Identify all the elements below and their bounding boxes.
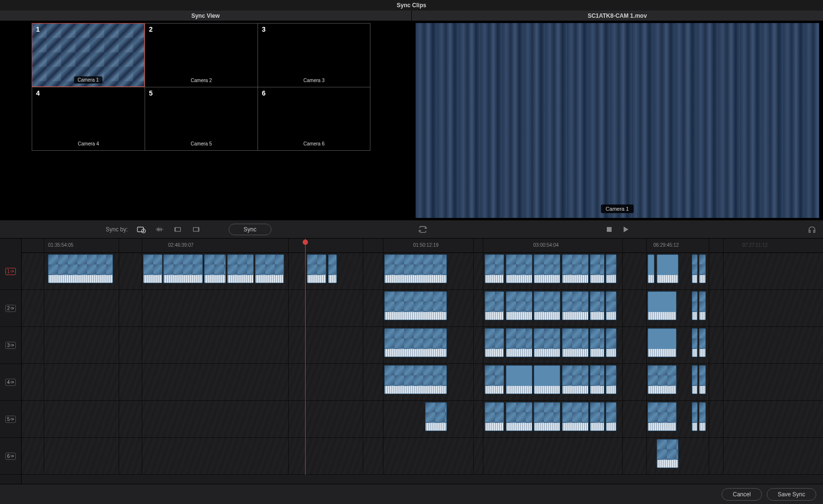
timeline-divider [709,239,709,475]
clip[interactable] [692,254,698,283]
clip[interactable] [657,254,678,283]
clip[interactable] [648,254,654,283]
sync-button[interactable]: Sync [229,224,271,235]
clip[interactable] [485,402,504,431]
sync-by-timecode-icon[interactable] [136,226,146,233]
clip[interactable] [506,328,532,357]
cancel-button[interactable]: Cancel [722,488,762,501]
clip[interactable] [562,402,589,431]
play-icon[interactable] [621,226,630,233]
clip[interactable] [648,328,676,357]
clip[interactable] [590,254,604,283]
clip[interactable] [485,328,504,357]
clip[interactable] [163,254,203,283]
preview-frame[interactable]: Camera 1 [416,23,820,218]
clip[interactable] [425,402,447,431]
clip[interactable] [692,291,698,320]
clip-thumbnail [307,255,326,275]
clip-waveform [563,386,588,394]
clip[interactable] [606,291,616,320]
stop-icon[interactable] [604,226,614,233]
camera-cell-3[interactable]: 3Camera 3 [258,23,370,87]
clip[interactable] [692,365,698,394]
camera-cell-5[interactable]: 5Camera 5 [145,87,258,151]
clip[interactable] [699,328,706,357]
clip[interactable] [534,365,560,394]
clip[interactable] [699,254,706,283]
track-header-3[interactable]: 3 [0,327,21,364]
camera-cell-4[interactable]: 4Camera 4 [32,87,145,151]
clip[interactable] [606,402,616,431]
clip[interactable] [590,328,604,357]
save-sync-button[interactable]: Save Sync [767,488,816,501]
clip-thumbnail [692,292,697,312]
clip[interactable] [562,254,589,283]
clip[interactable] [562,328,589,357]
clip[interactable] [485,291,504,320]
clip[interactable] [657,439,678,468]
timeline-content[interactable]: 01:35:54:0502:46:39:0701:50:12:1903:00:5… [22,239,823,484]
clip[interactable] [384,291,447,320]
clip[interactable] [534,402,560,431]
clip[interactable] [227,254,254,283]
track-header-6[interactable]: 6 [0,438,21,475]
clip[interactable] [485,254,504,283]
track-badge: 4 [5,379,16,386]
sync-by-audio-icon[interactable] [155,226,164,233]
clip[interactable] [384,328,447,357]
svg-rect-3 [193,228,198,231]
clip-thumbnail [648,255,654,275]
clip[interactable] [143,254,162,283]
clip[interactable] [699,402,706,431]
clip-thumbnail [426,403,446,423]
clip[interactable] [506,402,532,431]
clip[interactable] [506,365,532,394]
clip-thumbnail [534,403,560,423]
track-header-5[interactable]: 5 [0,401,21,438]
clip[interactable] [606,365,616,394]
track-header-2[interactable]: 2 [0,290,21,327]
clip[interactable] [534,328,560,357]
clip[interactable] [534,254,560,283]
camera-number: 2 [149,25,153,33]
clip[interactable] [606,254,616,283]
clip[interactable] [48,254,113,283]
headphone-icon[interactable] [808,225,816,234]
camera-cell-2[interactable]: 2Camera 2 [145,23,258,87]
clip[interactable] [590,402,604,431]
clip[interactable] [204,254,226,283]
clip[interactable] [699,365,706,394]
window-title: Sync Clips [0,0,823,11]
clip[interactable] [590,365,604,394]
clip-waveform [606,423,616,431]
playhead[interactable] [305,239,306,475]
clip[interactable] [692,328,698,357]
track-header-1[interactable]: 1 [0,253,21,290]
clip[interactable] [506,254,532,283]
loop-icon[interactable] [418,225,427,234]
clip[interactable] [384,365,447,394]
clip[interactable] [590,291,604,320]
camera-cell-1[interactable]: 1Camera 1 [32,23,145,87]
clip[interactable] [692,402,698,431]
clip[interactable] [562,291,589,320]
clip[interactable] [648,291,676,320]
clip[interactable] [562,365,589,394]
clip[interactable] [384,254,447,283]
clip[interactable] [307,254,326,283]
sync-by-in-icon[interactable] [173,226,183,233]
track-header-4[interactable]: 4 [0,364,21,401]
clip[interactable] [255,254,284,283]
camera-cell-6[interactable]: 6Camera 6 [258,87,370,151]
clip[interactable] [606,328,616,357]
sync-by-out-icon[interactable] [191,226,201,233]
clip[interactable] [485,365,504,394]
clip[interactable] [699,291,706,320]
timeline-divider [288,239,289,475]
clip-thumbnail [606,255,616,275]
clip[interactable] [506,291,532,320]
clip[interactable] [534,291,560,320]
clip[interactable] [648,365,676,394]
clip[interactable] [328,254,337,283]
clip[interactable] [648,402,676,431]
